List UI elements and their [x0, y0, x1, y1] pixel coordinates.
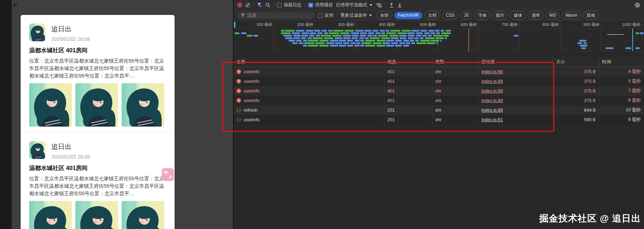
timeline-request-bar	[293, 35, 301, 37]
filter-funnel-icon[interactable]	[257, 2, 262, 7]
request-name: userinfo	[244, 79, 259, 84]
initiator-link[interactable]: index.ts:88	[481, 98, 503, 103]
clear-icon[interactable]	[245, 3, 250, 7]
timeline-request-bar	[296, 40, 302, 42]
timeline-request-bar	[329, 32, 339, 34]
timeline-request-bar	[289, 40, 295, 42]
filter-chip-css[interactable]: CSS	[442, 12, 458, 19]
filter-input[interactable]	[247, 13, 311, 18]
translate-button[interactable]: 中 A	[162, 168, 174, 181]
timeline-request-bar	[584, 42, 587, 44]
preserve-log-toggle[interactable]: 保留日志	[277, 2, 302, 8]
timeline-request-bar	[436, 32, 440, 34]
throttling-select[interactable]: 已停用节流模式	[336, 2, 372, 8]
initiator-link[interactable]: index.ts:88	[481, 79, 503, 84]
timeline-request-bar	[313, 37, 323, 39]
timeline-request-bar	[443, 35, 449, 37]
filter-chip-媒体[interactable]: 媒体	[510, 11, 526, 20]
filter-chip-字体[interactable]: 字体	[474, 11, 490, 20]
timeline-request-bar	[415, 40, 419, 42]
post-images	[29, 83, 166, 132]
network-request-row[interactable]: ×userinfo401xhrindex.ts:88375 B5 毫秒	[234, 76, 644, 86]
timeline-request-bar	[380, 30, 385, 32]
post-image	[75, 201, 118, 229]
network-conditions-icon[interactable]	[376, 2, 382, 8]
filter-chip-全部[interactable]: 全部	[377, 11, 392, 20]
column-header-1[interactable]: 状态	[384, 57, 432, 66]
timeline-request-bar	[351, 42, 356, 44]
checkbox-unchecked-icon[interactable]	[318, 13, 323, 18]
timeline-request-bar	[425, 37, 435, 39]
initiator-link[interactable]: index.ts:88	[481, 108, 503, 113]
filter-chip-fetch-xhr[interactable]: Fetch/XHR	[394, 12, 422, 19]
initiator-cell: index.ts:88	[479, 76, 553, 86]
timeline-request-bar	[321, 35, 331, 37]
timeline-request-bar	[420, 37, 424, 39]
timeline-request-bar	[254, 35, 258, 37]
settings-gear-icon[interactable]	[634, 2, 640, 8]
timeline-request-bar	[386, 32, 396, 34]
status-cell: 401	[384, 86, 432, 96]
avatar	[29, 141, 46, 159]
error-icon: ×	[236, 79, 241, 84]
filter-chip-wasm[interactable]: Wasm	[562, 12, 581, 19]
initiator-link[interactable]: index.ts:61	[481, 117, 503, 122]
filter-chip-清单[interactable]: 清单	[528, 11, 543, 20]
import-har-icon[interactable]	[389, 2, 394, 8]
timeline-request-bar	[403, 45, 409, 47]
filter-chip-其他[interactable]: 其他	[583, 11, 598, 20]
network-request-row[interactable]: {}userinfo201xhrindex.ts:61590 B6 毫秒	[234, 115, 644, 124]
filter-input-pill[interactable]	[237, 12, 315, 19]
timeline-request-bar	[416, 32, 423, 34]
network-request-row[interactable]: ×userinfo401xhrindex.ts:88375 B4 毫秒	[234, 67, 644, 76]
timeline-request-bar	[431, 40, 439, 42]
initiator-cell: index.ts:61	[479, 115, 553, 124]
name-cell: {}refresh	[234, 105, 384, 115]
timeline-request-bar	[247, 35, 252, 37]
timeline-request-bar	[391, 42, 398, 44]
column-header-2[interactable]: 类型	[432, 57, 479, 66]
timeline-request-bar	[303, 45, 307, 47]
column-header-0[interactable]: 名称	[234, 57, 384, 66]
checkbox-unchecked-icon[interactable]	[277, 3, 282, 7]
initiator-link[interactable]: index.ts:88	[481, 89, 503, 94]
post-date: 2025/01/02 20:08	[51, 36, 90, 42]
timeline-gridline	[519, 21, 520, 51]
timeline-request-bar	[315, 42, 325, 44]
timeline-request-bar	[429, 30, 434, 32]
export-har-icon[interactable]	[397, 2, 402, 8]
invert-filter-toggle[interactable]: 反转	[318, 12, 334, 18]
filter-chip-图片[interactable]: 图片	[492, 11, 508, 20]
checkbox-checked-icon[interactable]	[308, 3, 313, 7]
disable-cache-toggle[interactable]: 停用缓存	[308, 2, 333, 8]
time-cell: 7 毫秒	[599, 86, 644, 96]
filter-chip-ws[interactable]: WS	[545, 12, 559, 19]
timeline-request-bar	[359, 37, 364, 39]
column-header-3[interactable]: 启动器	[479, 57, 553, 66]
translate-icon: A	[169, 175, 172, 180]
network-request-row[interactable]: ×userinfo401xhrindex.ts:88375 B7 毫秒	[234, 86, 644, 96]
timeline-request-bar	[345, 30, 354, 32]
timeline-request-bar	[398, 32, 406, 34]
timeline-overview[interactable]: 100 毫秒200 毫秒300 毫秒400 毫秒500 毫秒600 毫秒700 …	[234, 21, 644, 52]
initiator-link[interactable]: index.ts:88	[481, 69, 503, 74]
filter-chip-js[interactable]: JS	[460, 12, 472, 19]
timeline-tick-label: 100 毫秒	[244, 22, 272, 27]
timeline-request-bar	[283, 35, 292, 37]
timeline-request-bar	[372, 30, 378, 32]
time-cell: 10 毫秒	[599, 105, 644, 115]
filter-chip-文档[interactable]: 文档	[425, 11, 440, 20]
column-header-5[interactable]: 时间	[599, 57, 644, 66]
error-icon: ×	[236, 89, 241, 93]
timeline-request-bar	[408, 35, 415, 37]
timeline-request-bar	[321, 30, 327, 32]
toolbar-divider	[337, 12, 337, 18]
column-header-4[interactable]: 大小	[553, 57, 599, 66]
network-request-row[interactable]: ×userinfo401xhrindex.ts:88375 B8 毫秒	[234, 96, 644, 105]
browser-left-strip	[0, 0, 12, 229]
timeline-gridline	[315, 21, 315, 51]
search-icon[interactable]	[265, 2, 270, 7]
record-icon[interactable]	[237, 2, 242, 7]
network-request-row[interactable]: {}refresh201xhrindex.ts:88844 B10 毫秒	[234, 105, 644, 115]
more-filters-button[interactable]: 更多过滤条件	[340, 12, 372, 18]
